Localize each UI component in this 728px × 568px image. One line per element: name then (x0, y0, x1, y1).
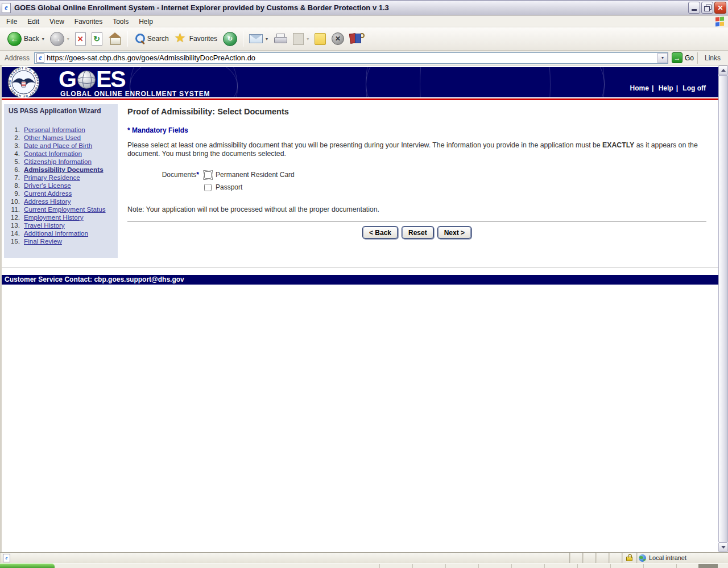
refresh-button[interactable]: ↻ (89, 31, 105, 47)
header-red-rule (2, 98, 718, 100)
active-taskbar-button-edge[interactable] (698, 564, 718, 568)
print-button[interactable] (271, 32, 290, 45)
wizard-link[interactable]: Driver's License (24, 182, 71, 190)
menu-file[interactable]: File (1, 17, 22, 27)
application-wizard-sidebar: US PASS Application Wizard 1.Personal In… (4, 104, 118, 258)
wizard-step-personal-information: 1.Personal Information (9, 126, 118, 134)
menu-favorites[interactable]: Favorites (69, 17, 107, 27)
address-input[interactable] (47, 53, 657, 63)
discuss-button[interactable] (312, 32, 329, 46)
reset-button[interactable]: Reset (402, 227, 433, 238)
passport-checkbox[interactable] (204, 184, 212, 191)
refresh-icon: ↻ (92, 32, 102, 46)
favorites-button[interactable]: Favorites (172, 31, 220, 46)
wizard-link[interactable]: Other Names Used (24, 134, 81, 142)
wizard-link[interactable]: Personal Information (24, 126, 85, 134)
documents-option-row: Documents* Permanent Resident Card (127, 171, 295, 179)
padlock-icon (626, 557, 632, 561)
mail-dropdown-icon[interactable]: ▾ (266, 36, 268, 42)
goes-logo: G ES (59, 68, 125, 90)
goes-header-banner: U.S. DEPARTMENT OF HOMELAND SECURITY G E… (2, 67, 718, 97)
window-title: GOES Global Online Enrollment System - I… (14, 3, 687, 12)
back-dropdown-icon[interactable]: ▾ (42, 36, 44, 42)
messenger-button[interactable]: ✕ (329, 31, 347, 46)
minimize-button[interactable] (688, 2, 700, 14)
wizard-link[interactable]: Address History (24, 197, 71, 205)
goes-logo-es: ES (96, 68, 125, 90)
form-buttons: < Back Reset Next > (127, 227, 706, 238)
back-button[interactable]: ← Back ▾ (5, 31, 47, 47)
start-button[interactable] (0, 563, 55, 568)
security-zone-panel: Local intranet (637, 553, 728, 563)
scroll-up-button[interactable] (718, 65, 728, 75)
forward-button[interactable]: → ▾ (47, 31, 72, 47)
research-button[interactable] (347, 32, 367, 46)
instructions-emphasis: EXACTLY (602, 141, 634, 149)
status-main-panel: e (0, 553, 570, 563)
stop-icon: ✕ (75, 32, 86, 46)
status-panel (583, 553, 596, 563)
stop-button[interactable]: ✕ (72, 31, 89, 47)
search-icon (134, 33, 145, 44)
toolbar-separator (243, 31, 243, 47)
home-link[interactable]: Home (630, 84, 649, 92)
close-button[interactable] (714, 2, 726, 14)
wizard-step-contact-information: 4.Contact Information (9, 150, 118, 158)
status-bar: e Local intranet (0, 552, 728, 563)
go-button[interactable]: → Go (672, 52, 694, 63)
nav-separator: | (676, 84, 680, 92)
next-button[interactable]: Next > (438, 227, 471, 238)
history-button[interactable]: ↻ (220, 31, 240, 47)
logoff-link[interactable]: Log off (682, 84, 706, 92)
edit-dropdown-icon: ▾ (307, 36, 309, 42)
document-status-icon: e (3, 554, 10, 562)
globe-wireframe-decoration (420, 67, 551, 97)
ie-page-icon: e (2, 3, 11, 13)
help-link[interactable]: Help (659, 84, 673, 92)
wizard-link[interactable]: Citizenship Information (24, 158, 92, 166)
permanent-resident-card-label[interactable]: Permanent Resident Card (216, 171, 295, 179)
wizard-link[interactable]: Additional Information (24, 229, 88, 237)
restore-button[interactable] (701, 2, 713, 14)
status-panel (570, 553, 583, 563)
mail-button[interactable]: ▾ (246, 33, 271, 44)
permanent-resident-card-checkbox[interactable] (204, 171, 212, 179)
menu-tools[interactable]: Tools (107, 17, 134, 27)
scrollbar-thumb[interactable] (718, 75, 728, 542)
menu-help[interactable]: Help (134, 17, 158, 27)
required-asterisk: * (196, 171, 199, 179)
wizard-link[interactable]: Employment History (24, 213, 84, 221)
scroll-down-button[interactable] (718, 542, 728, 552)
wizard-link[interactable]: Contact Information (24, 150, 82, 158)
status-panel (596, 553, 609, 563)
back-form-button[interactable]: < Back (363, 227, 398, 238)
address-dropdown-button[interactable]: ▾ (657, 53, 668, 63)
address-label: Address (2, 54, 34, 62)
wizard-step-primary-residence: 7.Primary Residence (9, 174, 118, 182)
menu-edit[interactable]: Edit (22, 17, 44, 27)
wizard-link[interactable]: Final Review (24, 237, 62, 245)
wizard-link[interactable]: Travel History (24, 221, 65, 229)
search-button[interactable]: Search (131, 32, 172, 46)
favorites-star-icon (175, 32, 187, 45)
wizard-link[interactable]: Admissibility Documents (24, 166, 104, 174)
menu-view[interactable]: View (44, 17, 69, 27)
mandatory-fields-note: * Mandatory Fields (127, 126, 188, 134)
intranet-globe-icon (639, 554, 646, 562)
go-label: Go (685, 54, 694, 62)
forward-arrow-icon: → (50, 32, 64, 46)
wizard-link[interactable]: Current Employment Status (24, 205, 106, 213)
home-button[interactable] (105, 31, 125, 46)
research-books-icon (350, 33, 365, 44)
passport-label[interactable]: Passport (216, 183, 242, 191)
wizard-link[interactable]: Date and Place of Birth (24, 142, 92, 150)
edit-button[interactable]: ▾ (290, 32, 312, 46)
links-toolbar[interactable]: Links (697, 52, 726, 64)
mail-icon (249, 34, 263, 43)
vertical-scrollbar[interactable] (718, 65, 728, 552)
wizard-step-travel-history: 13.Travel History (9, 221, 118, 229)
wizard-link[interactable]: Primary Residence (24, 174, 80, 182)
wizard-link[interactable]: Current Address (24, 190, 72, 197)
forward-dropdown-icon: ▾ (67, 36, 69, 42)
wizard-step-employment-history: 12.Employment History (9, 213, 118, 221)
